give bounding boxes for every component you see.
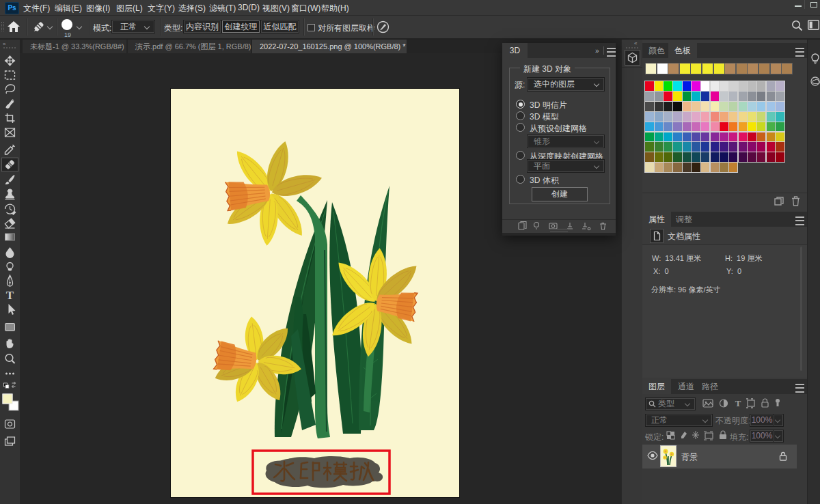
svg-text:T: T: [735, 398, 741, 408]
svg-text:T: T: [6, 289, 14, 302]
